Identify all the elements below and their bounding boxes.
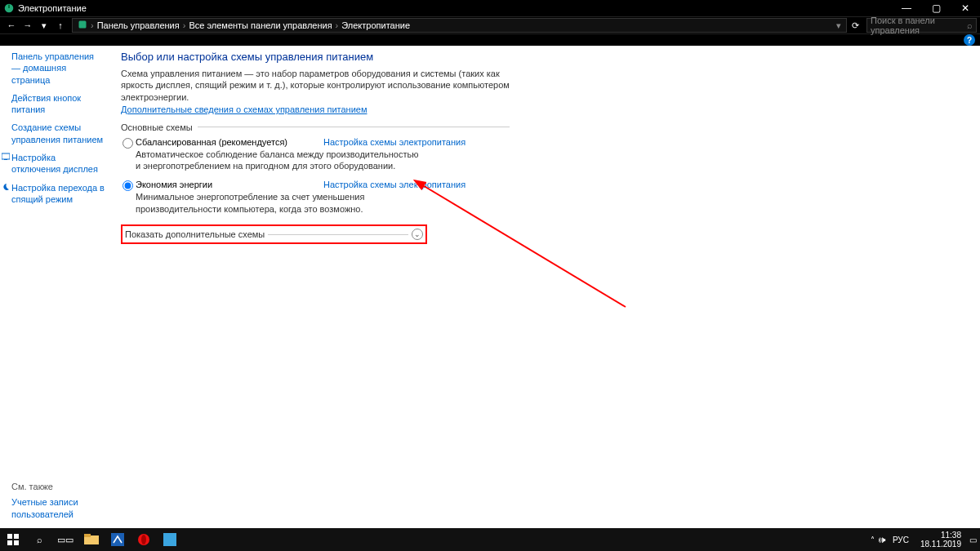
expand-additional[interactable]: Показать дополнительные схемы ⌄ (125, 229, 423, 240)
tray-chevron-icon[interactable]: ˄ (871, 535, 875, 544)
sidebar-item-home[interactable]: Панель управления — домашняя страница (11, 51, 105, 86)
expand-label: Показать дополнительные схемы (125, 229, 265, 239)
window-title: Электропитание (18, 3, 87, 13)
clock-date: 18.11.2019 (920, 540, 961, 549)
search-icon: ⌕ (967, 20, 973, 30)
forward-button[interactable]: → (20, 17, 36, 33)
sidebar-item-create[interactable]: Создание схемы управления питанием (11, 122, 105, 145)
taskbar-app-1[interactable] (105, 528, 131, 551)
main-column: Выбор или настройка схемы управления пит… (111, 46, 519, 528)
plan-saver: Экономия энергии Настройка схемы электро… (136, 180, 510, 215)
history-dropdown[interactable]: ▾ (836, 20, 841, 31)
tray-volume-icon[interactable]: 🕪 (878, 535, 886, 544)
sidebar-item-sleep[interactable]: Настройка перехода в спящий режим (11, 182, 105, 206)
svg-rect-12 (111, 533, 124, 546)
clock-time: 11:38 (920, 531, 961, 540)
taskview-icon: ▭▭ (57, 535, 74, 545)
recent-dropdown[interactable]: ▾ (36, 17, 52, 33)
svg-rect-4 (4, 159, 7, 160)
bc-leaf[interactable]: Электропитание (341, 20, 410, 30)
svg-rect-2 (79, 21, 87, 29)
window-controls: — ▢ ✕ (892, 0, 980, 16)
plan-balanced-name[interactable]: Сбалансированная (рекомендуется) (136, 137, 287, 147)
content-area: Панель управления — домашняя страница Де… (0, 46, 980, 528)
plan-saver-desc: Минимальное энергопотребление за счет ум… (136, 191, 421, 215)
plans-header-text: Основные схемы (121, 122, 193, 132)
bc-sep: › (336, 20, 339, 30)
refresh-button[interactable]: ⟳ (847, 20, 863, 31)
svg-rect-6 (7, 534, 12, 539)
minimize-button[interactable]: — (892, 0, 921, 16)
plan-balanced: Сбалансированная (рекомендуется) Настрой… (136, 137, 510, 172)
maximize-button[interactable]: ▢ (921, 0, 951, 16)
search-icon: ⌕ (37, 535, 42, 544)
taskview-button[interactable]: ▭▭ (52, 528, 78, 551)
plan-balanced-desc: Автоматическое соблюдение баланса между … (136, 149, 421, 172)
bc-sep: › (183, 20, 186, 30)
plans-header: Основные схемы (121, 122, 510, 132)
back-button[interactable]: ← (3, 17, 20, 33)
breadcrumb-icon (78, 20, 87, 31)
tray-language[interactable]: РУС (889, 535, 912, 544)
display-icon (2, 153, 10, 161)
bc-mid[interactable]: Все элементы панели управления (189, 20, 332, 30)
plan-balanced-link[interactable]: Настройка схемы электропитания (323, 137, 466, 147)
tray-clock[interactable]: 11:38 18.11.2019 (915, 531, 966, 549)
help-row: ? (0, 34, 980, 46)
help-button[interactable]: ? (964, 34, 975, 46)
svg-rect-15 (163, 533, 176, 546)
svg-rect-1 (8, 4, 10, 7)
search-button[interactable]: ⌕ (26, 528, 52, 551)
svg-point-14 (141, 535, 146, 544)
svg-rect-3 (2, 153, 10, 159)
svg-rect-9 (14, 540, 19, 545)
taskbar: ⌕ ▭▭ ˄ 🕪 РУС 11:38 18.11.2019 ▭ (0, 528, 980, 551)
plan-saver-link[interactable]: Настройка схемы электропитания (323, 180, 466, 189)
taskbar-opera[interactable] (131, 528, 157, 551)
page-description: Схема управления питанием — это набор па… (121, 68, 510, 103)
svg-rect-11 (84, 534, 91, 537)
plan-balanced-radio[interactable] (122, 138, 133, 149)
tray-notifications-icon[interactable]: ▭ (969, 535, 977, 544)
search-placeholder: Поиск в панели управления (871, 16, 967, 35)
taskbar-explorer[interactable] (78, 528, 105, 551)
taskbar-app-2[interactable] (157, 528, 183, 551)
svg-rect-7 (14, 534, 19, 539)
moon-icon (2, 183, 10, 191)
info-link[interactable]: Дополнительные сведения о схемах управле… (121, 104, 368, 114)
bc-root[interactable]: Панель управления (97, 20, 180, 30)
titlebar: Электропитание — ▢ ✕ (0, 0, 980, 16)
sidebar-bottom: См. также Учетные записи пользователей (11, 482, 101, 520)
nav-row: ← → ▾ ↑ › Панель управления › Все элемен… (0, 16, 980, 34)
page-title: Выбор или настройка схемы управления пит… (121, 51, 510, 63)
search-input[interactable]: Поиск в панели управления ⌕ (866, 18, 977, 33)
see-also-header: См. также (11, 482, 101, 491)
sidebar-item-display-off[interactable]: Настройка отключения дисплея (11, 152, 105, 176)
plan-saver-name[interactable]: Экономия энергии (136, 180, 212, 189)
app-icon (3, 2, 15, 14)
plan-saver-radio[interactable] (122, 180, 133, 191)
expand-additional-highlight: Показать дополнительные схемы ⌄ (121, 224, 427, 244)
svg-rect-8 (7, 540, 12, 545)
start-button[interactable] (0, 528, 26, 551)
sidebar-accounts-link[interactable]: Учетные записи пользователей (11, 496, 101, 520)
bc-sep: › (91, 20, 94, 30)
up-button[interactable]: ↑ (52, 17, 69, 33)
chevron-down-icon[interactable]: ⌄ (412, 229, 423, 240)
sidebar-item-buttons[interactable]: Действия кнопок питания (11, 92, 105, 116)
breadcrumb[interactable]: › Панель управления › Все элементы панел… (72, 18, 847, 33)
sidebar: Панель управления — домашняя страница Де… (0, 46, 111, 528)
close-button[interactable]: ✕ (951, 0, 980, 16)
